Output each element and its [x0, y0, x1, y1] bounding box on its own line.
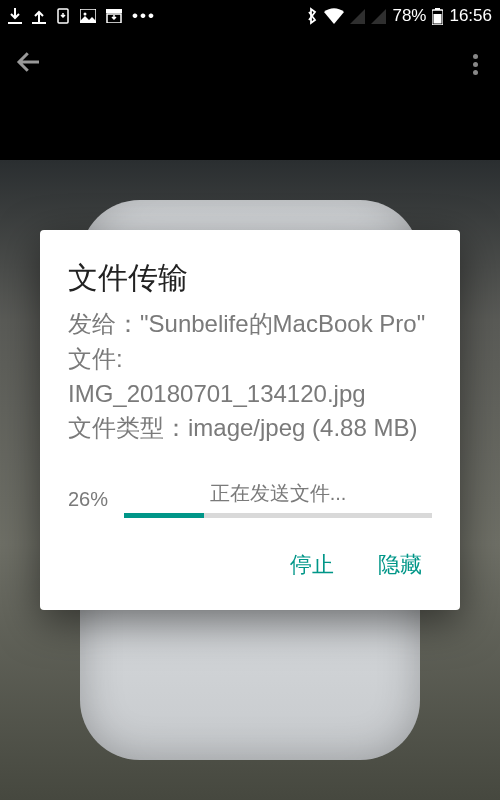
- dialog-scrim: 文件传输 发给："Sunbelife的MacBook Pro" 文件: IMG_…: [0, 0, 500, 800]
- file-label: 文件:: [68, 345, 123, 372]
- progress-bar-fill: [124, 513, 204, 518]
- file-name: IMG_20180701_134120.jpg: [68, 380, 366, 407]
- file-size: (4.88 MB): [312, 414, 417, 441]
- recipient-name: "Sunbelife的MacBook Pro": [140, 310, 425, 337]
- progress-percent: 26%: [68, 488, 114, 511]
- progress-bar: [124, 513, 432, 518]
- stop-button[interactable]: 停止: [286, 544, 338, 586]
- recipient-label: 发给：: [68, 310, 140, 337]
- file-transfer-dialog: 文件传输 发给："Sunbelife的MacBook Pro" 文件: IMG_…: [40, 230, 460, 610]
- dialog-title: 文件传输: [68, 258, 432, 299]
- hide-button[interactable]: 隐藏: [374, 544, 426, 586]
- progress-status-label: 正在发送文件...: [124, 480, 432, 507]
- dialog-body: 发给："Sunbelife的MacBook Pro" 文件: IMG_20180…: [68, 307, 432, 446]
- progress-section: 26% 正在发送文件...: [68, 480, 432, 518]
- file-mime: image/jpeg: [188, 414, 305, 441]
- file-type-label: 文件类型：: [68, 414, 188, 441]
- dialog-actions: 停止 隐藏: [68, 544, 432, 594]
